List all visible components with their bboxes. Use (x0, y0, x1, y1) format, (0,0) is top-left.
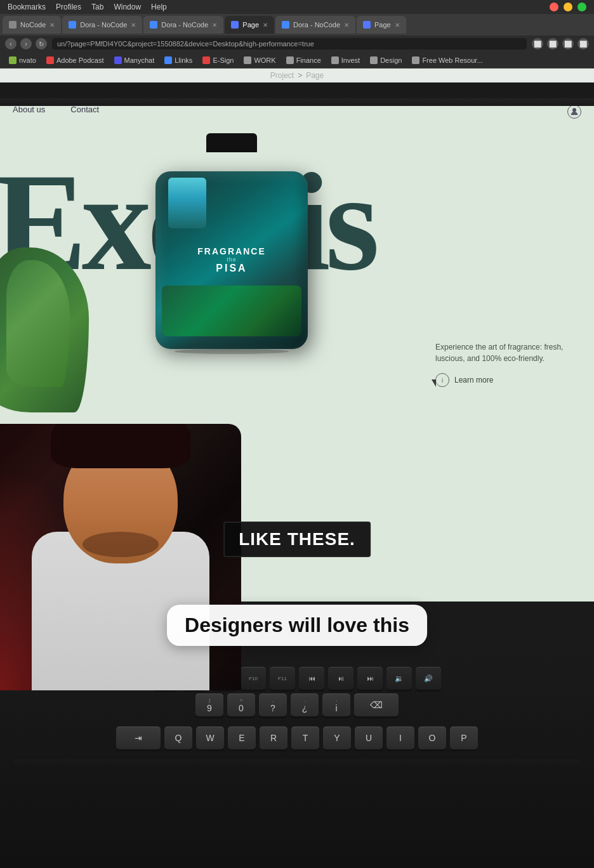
forward-button[interactable]: › (20, 38, 32, 49)
bookmark-finance[interactable]: Finance (282, 55, 325, 65)
extension-icon-3[interactable]: ⬜ (562, 38, 574, 49)
key-question[interactable]: , ? (259, 694, 287, 716)
key-9[interactable]: ) 9 (195, 694, 223, 716)
traffic-light-fullscreen[interactable] (578, 3, 586, 11)
menu-window[interactable]: Window (114, 3, 141, 11)
key-q[interactable]: Q (164, 727, 192, 749)
tab-close-dora3[interactable]: ✕ (344, 22, 349, 29)
bookmark-invest[interactable]: Invest (327, 55, 364, 65)
tab-label-dora3: Dora - NoCode (293, 21, 340, 29)
tab-favicon-dora2 (150, 21, 157, 29)
traffic-light-close[interactable] (550, 3, 558, 11)
nav-controls: ‹ › ↻ (5, 38, 47, 49)
url-input[interactable]: un/?page=PMfDI4Y0C&project=1550882&devic… (52, 38, 527, 49)
key-play[interactable]: ⏯ (328, 667, 353, 690)
bottle-stand (175, 349, 289, 354)
menu-help[interactable]: Help (151, 3, 167, 11)
tab-page-active[interactable]: Page ✕ (225, 16, 274, 34)
key-next-track[interactable]: ⏭ (357, 667, 383, 690)
tab-close-page2[interactable]: ✕ (395, 22, 400, 29)
bookmark-web[interactable]: Free Web Resour... (408, 55, 486, 65)
tab-close-page[interactable]: ✕ (263, 22, 268, 29)
key-f11[interactable]: F11 (270, 667, 295, 690)
breadcrumb-separator: > (298, 71, 302, 80)
bookmark-esign[interactable]: E-Sign (199, 55, 237, 65)
reload-button[interactable]: ↻ (36, 38, 47, 49)
tab-close-nocode[interactable]: ✕ (50, 22, 55, 29)
key-prev-track[interactable]: ⏮ (299, 667, 324, 690)
tab-close-dora2[interactable]: ✕ (212, 22, 217, 29)
key-tab[interactable]: ⇥ (116, 727, 161, 749)
key-r[interactable]: R (260, 727, 287, 749)
hero-desc-text: Experience the art of fragrance: fresh, … (435, 341, 575, 364)
menu-profiles[interactable]: Profiles (56, 3, 81, 11)
tab-page-2[interactable]: Page ✕ (357, 16, 406, 34)
tabs-bar: NoCode ✕ Dora - NoCode ✕ Dora - NoCode ✕… (0, 14, 594, 36)
key-y[interactable]: Y (323, 727, 351, 749)
key-0[interactable]: = 0 (227, 694, 255, 716)
caption-like-these: LIKE THESE. (223, 522, 371, 557)
bookmark-adobe[interactable]: Adobe Podcast (43, 55, 108, 65)
key-vol-down[interactable]: 🔉 (386, 667, 412, 690)
web-icon (412, 56, 419, 64)
bottle-fragrance-text: FRAGRANCE (197, 246, 265, 256)
envato-icon (9, 56, 16, 64)
keyboard-row-3: ⇥ Q W E R T Y U I O P (0, 725, 594, 751)
traffic-light-minimize[interactable] (564, 3, 572, 11)
key-e[interactable]: E (228, 727, 256, 749)
tab-dora-1[interactable]: Dora - NoCode ✕ (62, 16, 142, 34)
bookmark-manychat[interactable]: Manychat (110, 55, 159, 65)
caption-designers: Designers will love this (167, 605, 427, 646)
nav-contact[interactable]: Contact (70, 105, 99, 114)
key-i[interactable]: - i (322, 694, 350, 716)
tab-close-dora1[interactable]: ✕ (131, 22, 136, 29)
bookmark-llinks[interactable]: Llinks (161, 55, 196, 65)
bottle-the-text: the (197, 256, 265, 263)
browser-icons: ⬜ ⬜ ⬜ ⬜ (532, 38, 589, 49)
browser-chrome: Bookmarks Profiles Tab Window Help NoCod… (0, 0, 594, 82)
extension-icon-1[interactable]: ⬜ (532, 38, 543, 49)
invest-icon (331, 56, 339, 64)
menu-tab[interactable]: Tab (91, 3, 103, 11)
breadcrumb-bar: Project > Page (0, 69, 594, 82)
menu-bar: Bookmarks Profiles Tab Window Help (0, 0, 594, 14)
learn-more-label: Learn more (454, 376, 493, 385)
extension-icon-2[interactable]: ⬜ (547, 38, 558, 49)
person-overlay (0, 424, 241, 690)
learn-more-button[interactable]: i Learn more (435, 373, 575, 387)
key-o[interactable]: O (418, 727, 446, 749)
work-icon (244, 56, 251, 64)
nav-avatar[interactable] (567, 105, 581, 119)
key-w[interactable]: W (196, 727, 224, 749)
tab-favicon-page (231, 21, 239, 29)
tab-favicon-dora1 (69, 21, 76, 29)
key-u[interactable]: U (355, 727, 383, 749)
menu-bookmarks[interactable]: Bookmarks (8, 3, 46, 11)
bookmark-design[interactable]: Design (366, 55, 406, 65)
leaf-decoration (0, 247, 102, 425)
llinks-icon (164, 56, 172, 64)
key-p[interactable]: P (450, 727, 478, 749)
key-t[interactable]: T (291, 727, 319, 749)
bookmarks-bar: nvato Adobe Podcast Manychat Llinks E-Si… (0, 52, 594, 69)
nav-about[interactable]: About us (13, 105, 45, 114)
key-vol-up[interactable]: 🔊 (416, 667, 441, 690)
tab-label-dora1: Dora - NoCode (80, 21, 127, 29)
extension-icon-4[interactable]: ⬜ (578, 38, 589, 49)
tab-dora-3[interactable]: Dora - NoCode ✕ (275, 16, 355, 34)
key-inverted-question[interactable]: . ¿ (291, 694, 319, 716)
tab-label-dora2: Dora - NoCode (161, 21, 208, 29)
key-f10[interactable]: F10 (241, 667, 266, 690)
finance-icon (286, 56, 294, 64)
keyboard-number-row: ) 9 = 0 , ? . ¿ - i ⌫ (0, 692, 594, 718)
bookmark-envato[interactable]: nvato (5, 55, 40, 65)
bottle-label: FRAGRANCE the PISA (197, 246, 265, 274)
tab-nocode[interactable]: NoCode ✕ (3, 16, 61, 34)
key-i-row3[interactable]: I (386, 727, 414, 749)
back-button[interactable]: ‹ (5, 38, 16, 49)
breadcrumb-project[interactable]: Project (270, 71, 294, 80)
breadcrumb-page[interactable]: Page (306, 71, 324, 80)
bookmark-work[interactable]: WORK (240, 55, 279, 65)
tab-dora-2[interactable]: Dora - NoCode ✕ (143, 16, 223, 34)
key-backspace[interactable]: ⌫ (354, 694, 399, 716)
